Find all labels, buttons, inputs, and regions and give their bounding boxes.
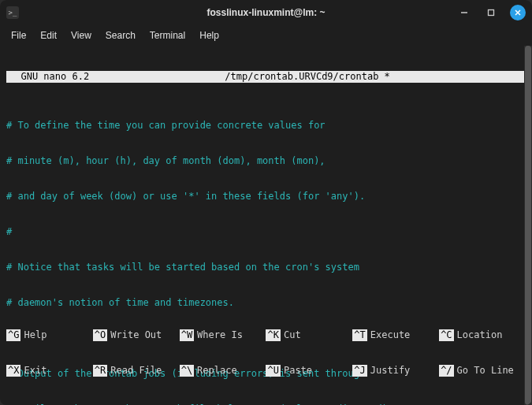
shortcut-label: Cut [284, 329, 301, 341]
shortcut-gotoline[interactable]: ^/Go To Line [439, 365, 526, 377]
shortcut-label: Write Out [110, 329, 162, 341]
nano-filename: /tmp/crontab.URVCd9/crontab * [89, 71, 526, 83]
close-icon [514, 9, 522, 17]
nano-header: GNU nano 6.2 /tmp/crontab.URVCd9/crontab… [6, 71, 526, 83]
menu-file[interactable]: File [11, 30, 26, 41]
key-label: ^\ [180, 365, 194, 377]
nano-version: GNU nano 6.2 [6, 71, 89, 83]
shortcut-label: Replace [197, 365, 237, 377]
crontab-comment: # minute (m), hour (h), day of month (do… [6, 155, 526, 167]
minimize-icon [460, 9, 468, 17]
key-label: ^T [352, 329, 366, 341]
footer-row-1: ^GHelp ^OWrite Out ^WWhere Is ^KCut ^TEx… [6, 329, 526, 341]
shortcut-whereis[interactable]: ^WWhere Is [180, 329, 266, 341]
svg-rect-1 [489, 10, 494, 16]
shortcut-execute[interactable]: ^TExecute [352, 329, 439, 341]
menu-help[interactable]: Help [199, 30, 219, 41]
shortcut-paste[interactable]: ^UPaste [266, 365, 352, 377]
window-buttons [455, 5, 526, 20]
shortcut-label: Location [457, 329, 503, 341]
key-label: ^X [6, 365, 20, 377]
key-label: ^/ [439, 365, 453, 377]
key-label: ^K [266, 329, 280, 341]
key-label: ^C [439, 329, 453, 341]
menu-view[interactable]: View [71, 30, 91, 41]
nano-footer: ^GHelp ^OWrite Out ^WWhere Is ^KCut ^TEx… [6, 306, 526, 400]
menu-edit[interactable]: Edit [40, 30, 57, 41]
crontab-comment: # Notice that tasks will be started base… [6, 262, 526, 273]
shortcut-label: Go To Line [457, 365, 514, 377]
scrollbar-thumb[interactable] [525, 46, 531, 405]
shortcut-label: Paste [284, 365, 312, 377]
shortcut-justify[interactable]: ^JJustify [352, 365, 439, 377]
key-label: ^W [180, 329, 194, 341]
crontab-comment: # [6, 226, 526, 238]
key-label: ^G [6, 329, 20, 341]
titlebar: >_ fosslinux-linuxmint@lm: ~ [0, 0, 532, 25]
shortcut-location[interactable]: ^CLocation [439, 329, 526, 341]
menu-search[interactable]: Search [106, 30, 136, 41]
key-label: ^J [352, 365, 366, 377]
terminal-area[interactable]: GNU nano 6.2 /tmp/crontab.URVCd9/crontab… [0, 46, 532, 405]
footer-row-2: ^XExit ^RRead File ^\Replace ^UPaste ^JJ… [6, 365, 526, 377]
shortcut-replace[interactable]: ^\Replace [180, 365, 266, 377]
shortcut-writeout[interactable]: ^OWrite Out [93, 329, 180, 341]
crontab-comment: # To define the time you can provide con… [6, 120, 526, 132]
titlebar-left: >_ [6, 6, 77, 19]
minimize-button[interactable] [456, 5, 472, 20]
shortcut-label: Help [24, 329, 47, 341]
shortcut-help[interactable]: ^GHelp [6, 329, 93, 341]
crontab-comment: # and day of week (dow) or use '*' in th… [6, 191, 526, 202]
shortcut-readfile[interactable]: ^RRead File [93, 365, 180, 377]
menubar: File Edit View Search Terminal Help [0, 25, 532, 46]
shortcut-label: Exit [24, 365, 47, 377]
terminal-app-icon: >_ [6, 6, 19, 19]
shortcut-label: Justify [370, 365, 411, 377]
key-label: ^O [93, 329, 107, 341]
shortcut-label: Read File [110, 365, 162, 377]
scrollbar[interactable] [524, 46, 532, 405]
maximize-button[interactable] [483, 5, 499, 20]
maximize-icon [487, 9, 495, 17]
shortcut-cut[interactable]: ^KCut [266, 329, 352, 341]
window-title: fosslinux-linuxmint@lm: ~ [77, 7, 455, 18]
shortcut-exit[interactable]: ^XExit [6, 365, 93, 377]
close-button[interactable] [510, 5, 526, 20]
shortcut-label: Where Is [197, 329, 243, 341]
menu-terminal[interactable]: Terminal [150, 30, 185, 41]
shortcut-label: Execute [370, 329, 411, 341]
key-label: ^R [93, 365, 107, 377]
key-label: ^U [266, 365, 280, 377]
